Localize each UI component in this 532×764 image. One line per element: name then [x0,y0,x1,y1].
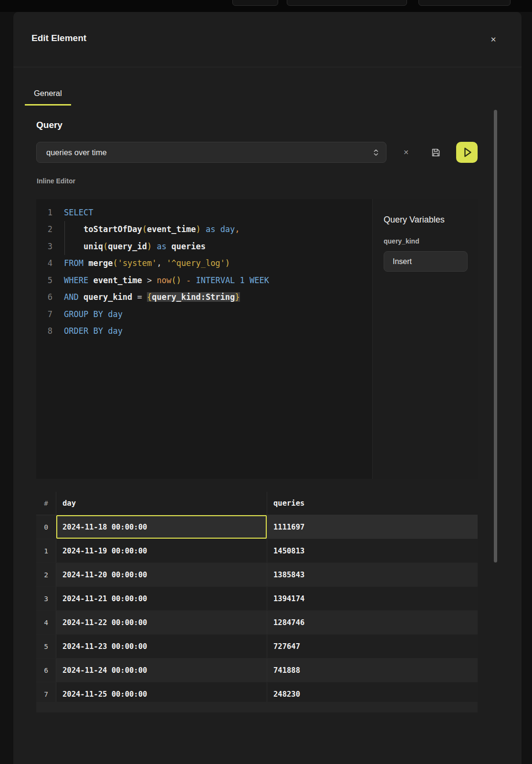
scrollbar-thumb[interactable] [494,110,497,562]
insert-variable-button[interactable]: Insert [384,251,468,272]
top-bar [0,0,532,12]
day-cell[interactable]: 2024-11-23 00:00:00 [56,635,267,658]
row-index-cell: 2 [36,563,56,586]
column-header-index: # [36,492,56,515]
code-token: merge [88,258,113,268]
queries-cell[interactable]: 1394174 [267,587,478,610]
row-index-cell: 4 [36,611,56,634]
row-index-cell: 0 [36,515,56,539]
day-cell[interactable]: 2024-11-18 00:00:00 [56,515,267,539]
code-token: '^query_log' [167,258,225,268]
topbar-button[interactable] [232,0,278,6]
table-row[interactable]: 52024-11-23 00:00:00727647 [36,635,478,658]
close-button[interactable]: ✕ [487,33,500,46]
row-index-cell: 6 [36,658,56,682]
code-token: - [186,276,191,285]
code-token: query_kind:String [152,292,235,302]
clear-icon: ✕ [403,149,409,156]
queries-cell[interactable]: 1111697 [267,515,478,539]
code-token [88,326,93,336]
code-token [83,258,88,268]
code-line: 5WHERE event_time > now() - INTERVAL 1 W… [36,272,372,289]
topbar-button[interactable] [418,0,511,6]
code-token: , [157,258,167,268]
code-token: FROM [64,258,83,268]
code-lines: 1SELECT2 toStartOfDay(event_time) as day… [36,204,372,340]
queries-cell[interactable]: 1284746 [267,611,478,634]
day-cell[interactable]: 2024-11-20 00:00:00 [56,563,267,586]
code-text: AND query_kind = {query_kind:String} [64,292,240,302]
code-token: ) [196,224,200,234]
clear-query-button[interactable]: ✕ [400,147,412,158]
day-cell[interactable]: 2024-11-21 00:00:00 [56,587,267,610]
code-token [64,242,83,251]
code-token: ( [142,224,147,234]
queries-cell[interactable]: 741888 [267,658,478,682]
code-token: } [235,292,240,302]
day-cell[interactable]: 2024-11-22 00:00:00 [56,611,267,634]
table-row[interactable]: 02024-11-18 00:00:001111697 [36,515,478,539]
code-text: uniq(query_id) as queries [64,242,206,251]
code-token: ( [113,258,117,268]
variable-name-label: query_kind [384,237,478,245]
code-token: ORDER [64,326,88,336]
results-table: #dayqueries02024-11-18 00:00:00111169712… [36,492,478,706]
code-token [167,242,171,251]
code-token: event_time [93,276,142,285]
day-cell[interactable]: 2024-11-19 00:00:00 [56,539,267,562]
chevron-updown-icon [373,149,379,157]
code-line: 2 toStartOfDay(event_time) as day, [36,221,372,238]
table-row[interactable]: 32024-11-21 00:00:001394174 [36,587,478,611]
code-token: day [108,309,123,319]
line-number: 1 [36,208,52,217]
code-editor[interactable]: 1SELECT2 toStartOfDay(event_time) as day… [36,199,372,479]
code-token [245,276,250,285]
table-row[interactable]: 42024-11-22 00:00:001284746 [36,611,478,635]
code-token: uniq [83,242,103,251]
day-cell[interactable]: 2024-11-24 00:00:00 [56,658,267,682]
code-line: 4FROM merge('system', '^query_log') [36,255,372,272]
code-text: WHERE event_time > now() - INTERVAL 1 WE… [64,276,269,285]
code-token: query_id [108,242,147,251]
code-token: { [147,292,152,302]
line-number: 8 [36,326,52,336]
save-query-button[interactable] [429,146,442,159]
dialog-title: Edit Element [31,33,86,43]
code-text: GROUP BY day [64,309,123,319]
table-row[interactable]: 62024-11-24 00:00:00741888 [36,658,478,682]
code-text: SELECT [64,208,93,217]
query-select-value: queries over time [46,148,373,157]
queries-cell[interactable]: 1450813 [267,539,478,562]
code-token [181,276,186,285]
column-header-day: day [56,492,267,515]
code-token [88,309,93,319]
code-text: toStartOfDay(event_time) as day, [64,224,240,234]
save-icon [431,148,441,158]
code-token [64,224,83,234]
tab-general[interactable]: General [25,83,71,106]
code-token: ) [147,242,152,251]
table-row[interactable]: 12024-11-19 00:00:001450813 [36,539,478,563]
code-token: ( [103,242,108,251]
table-row[interactable]: 22024-11-20 00:00:001385843 [36,563,478,587]
query-heading: Query [36,119,63,131]
edit-element-dialog: Edit Element ✕ General Query queries ove… [13,12,522,764]
code-line: 8ORDER BY day [36,323,372,340]
code-token [103,309,108,319]
code-token [152,242,156,251]
code-token: , [235,224,240,234]
topbar-button[interactable] [287,0,407,6]
queries-cell[interactable]: 727647 [267,635,478,658]
code-token: GROUP [64,309,88,319]
line-number: 5 [36,276,52,285]
code-token [201,224,206,234]
code-token: 1 [240,276,245,285]
play-icon [456,142,478,163]
query-select[interactable]: queries over time [36,142,386,163]
line-number: 3 [36,242,52,251]
query-variables-title: Query Variables [384,215,478,225]
run-query-button[interactable] [456,142,478,163]
queries-cell[interactable]: 1385843 [267,563,478,586]
code-token: = [132,292,147,302]
code-text: FROM merge('system', '^query_log') [64,258,230,268]
